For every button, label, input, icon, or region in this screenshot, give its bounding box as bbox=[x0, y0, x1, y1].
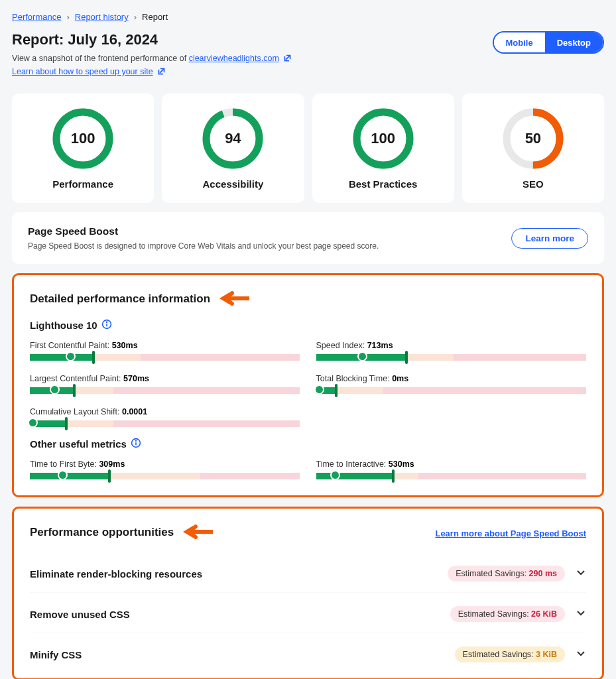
metric-bar bbox=[316, 354, 587, 361]
metric-label: Speed Index: 713ms bbox=[316, 341, 587, 350]
boost-title: Page Speed Boost bbox=[28, 225, 379, 237]
score-label: Performance bbox=[52, 178, 113, 190]
savings-badge: Estimated Savings: 290 ms bbox=[448, 566, 565, 582]
opportunity-row[interactable]: Remove unused CSS Estimated Savings: 26 … bbox=[30, 592, 586, 622]
metric-label: Largest Contentful Paint: 570ms bbox=[30, 374, 300, 383]
info-icon[interactable] bbox=[131, 438, 141, 450]
page-speed-boost-card: Page Speed Boost Page Speed Boost is des… bbox=[12, 212, 604, 264]
arrow-left-icon bbox=[219, 291, 249, 308]
opportunity-title: Eliminate render-blocking resources bbox=[30, 568, 202, 580]
svg-point-14 bbox=[135, 440, 136, 441]
learn-more-button[interactable]: Learn more bbox=[511, 228, 588, 249]
metric: Time to Interactive: 530ms bbox=[316, 460, 587, 479]
metric-marker-icon bbox=[50, 385, 60, 395]
chevron-down-icon[interactable] bbox=[576, 607, 586, 621]
opportunity-title: Minify CSS bbox=[30, 649, 82, 660]
score-ring: 94 bbox=[202, 108, 263, 169]
metric-label: Cumulative Layout Shift: 0.0001 bbox=[30, 407, 300, 416]
metric-bar bbox=[30, 473, 300, 479]
learn-speed-link[interactable]: Learn about how to speed up your site bbox=[12, 67, 153, 76]
metric-marker-icon bbox=[58, 470, 68, 480]
score-card: 100 Best Practices bbox=[312, 93, 454, 203]
score-card: 50 SEO bbox=[462, 93, 604, 203]
svg-marker-8 bbox=[219, 292, 229, 304]
metric-marker-icon bbox=[330, 470, 340, 480]
toggle-mobile[interactable]: Mobile bbox=[494, 32, 545, 52]
boost-desc: Page Speed Boost is designed to improve … bbox=[28, 241, 379, 251]
metric: Total Blocking Time: 0ms bbox=[316, 374, 587, 394]
arrow-left-icon bbox=[182, 525, 213, 542]
external-link-icon bbox=[157, 67, 166, 78]
chevron-down-icon[interactable] bbox=[576, 567, 586, 580]
learn-boost-link[interactable]: Learn more about Page Speed Boost bbox=[435, 528, 586, 538]
detail-heading: Detailed performance information bbox=[30, 292, 210, 306]
svg-point-11 bbox=[106, 322, 107, 322]
detailed-performance-card: Detailed performance information Lightho… bbox=[12, 273, 604, 497]
metric-bar bbox=[316, 387, 587, 394]
metric: First Contentful Paint: 530ms bbox=[30, 341, 300, 361]
metric-label: Time to Interactive: 530ms bbox=[316, 460, 587, 469]
savings-badge: Estimated Savings: 26 KiB bbox=[450, 606, 565, 622]
chevron-right-icon: › bbox=[66, 12, 69, 22]
lighthouse-subhead: Lighthouse 10 bbox=[30, 319, 586, 332]
metric-label: Time to First Byte: 309ms bbox=[30, 460, 300, 469]
page-subtitle: View a snapshot of the frontend performa… bbox=[12, 54, 292, 64]
site-link[interactable]: clearviewheadlights.com bbox=[189, 54, 279, 63]
page-title: Report: July 16, 2024 bbox=[12, 31, 292, 48]
opportunity-row[interactable]: Minify CSS Estimated Savings: 3 KiB bbox=[30, 633, 586, 662]
chevron-right-icon: › bbox=[134, 12, 137, 22]
score-card: 94 Accessibility bbox=[162, 93, 304, 203]
device-toggle: Mobile Desktop bbox=[493, 31, 604, 54]
savings-badge: Estimated Savings: 3 KiB bbox=[455, 647, 565, 662]
subtitle-prefix: View a snapshot of the frontend performa… bbox=[12, 54, 186, 63]
score-label: Accessibility bbox=[203, 178, 264, 190]
performance-opportunities-card: Performance opportunities Learn more abo… bbox=[12, 507, 604, 679]
other-metrics-subhead: Other useful metrics bbox=[30, 438, 586, 450]
metric-bar bbox=[30, 387, 300, 394]
metric-bar bbox=[30, 420, 300, 427]
breadcrumb-report-history[interactable]: Report history bbox=[75, 12, 129, 22]
metric-marker-icon bbox=[357, 351, 367, 361]
metric-label: First Contentful Paint: 530ms bbox=[30, 341, 300, 350]
lighthouse-label: Lighthouse 10 bbox=[30, 320, 97, 331]
score-value: 94 bbox=[202, 108, 263, 169]
score-label: SEO bbox=[523, 178, 544, 190]
metric-bar bbox=[316, 473, 587, 479]
opportunity-row[interactable]: Eliminate render-blocking resources Esti… bbox=[30, 552, 586, 582]
metric-label: Total Blocking Time: 0ms bbox=[316, 374, 587, 383]
score-label: Best Practices bbox=[349, 178, 417, 190]
metric: Largest Contentful Paint: 570ms bbox=[30, 374, 300, 394]
toggle-desktop[interactable]: Desktop bbox=[545, 32, 603, 52]
score-ring: 100 bbox=[353, 108, 414, 169]
svg-marker-15 bbox=[183, 526, 193, 538]
metric: Cumulative Layout Shift: 0.0001 bbox=[30, 407, 300, 427]
external-link-icon bbox=[283, 54, 292, 64]
score-value: 100 bbox=[52, 108, 113, 169]
metric-marker-icon bbox=[314, 385, 324, 395]
score-card: 100 Performance bbox=[12, 93, 154, 203]
metric-marker-icon bbox=[28, 418, 38, 428]
ops-heading: Performance opportunities bbox=[30, 526, 174, 539]
score-ring: 50 bbox=[503, 108, 564, 169]
breadcrumb: Performance › Report history › Report bbox=[12, 12, 604, 22]
chevron-down-icon[interactable] bbox=[576, 648, 586, 661]
score-value: 50 bbox=[503, 108, 564, 169]
opportunity-title: Remove unused CSS bbox=[30, 609, 130, 620]
score-value: 100 bbox=[353, 108, 414, 169]
breadcrumb-performance[interactable]: Performance bbox=[12, 12, 61, 22]
other-metrics-label: Other useful metrics bbox=[30, 438, 127, 450]
info-icon[interactable] bbox=[101, 319, 112, 332]
metric-bar bbox=[30, 354, 300, 361]
metric: Speed Index: 713ms bbox=[316, 341, 587, 361]
score-ring: 100 bbox=[52, 108, 113, 169]
metric: Time to First Byte: 309ms bbox=[30, 460, 300, 479]
breadcrumb-current: Report bbox=[142, 12, 168, 22]
